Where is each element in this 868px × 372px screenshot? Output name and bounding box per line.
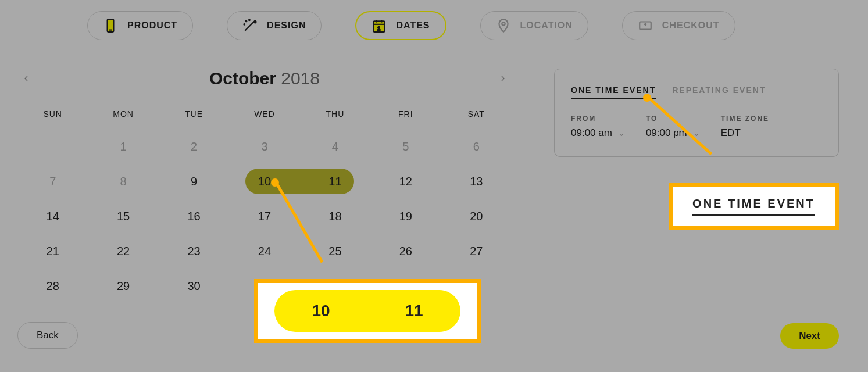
calendar-dow: MON (88, 102, 158, 129)
highlight-one-time-text: ONE TIME EVENT (692, 197, 815, 216)
step-label: CHECKOUT (662, 20, 720, 31)
prev-month-button[interactable] (17, 70, 35, 87)
svg-point-4 (246, 21, 247, 22)
phone-icon (103, 18, 118, 33)
selected-date-end: 11 (405, 302, 423, 320)
chevron-down-icon: ⌄ (618, 128, 625, 138)
calendar-day[interactable]: 16 (159, 199, 229, 234)
next-month-button[interactable] (494, 70, 512, 87)
step-dates[interactable]: 1 DATES (355, 11, 446, 40)
svg-point-6 (244, 24, 245, 25)
calendar-day[interactable]: 24 (229, 234, 299, 269)
svg-line-2 (245, 22, 253, 31)
calendar-dow: SUN (17, 102, 88, 129)
calendar-day[interactable]: 8 (88, 164, 158, 199)
calendar-day[interactable]: 30 (159, 269, 229, 303)
calendar-dow: WED (229, 102, 299, 129)
calendar-day[interactable]: 3 (229, 129, 299, 164)
step-label: DATES (396, 20, 430, 31)
calendar-day[interactable]: 9 (159, 164, 229, 199)
pin-icon (496, 18, 511, 33)
calendar-day[interactable]: 7 (17, 164, 88, 199)
step-checkout[interactable]: CHECKOUT (622, 11, 735, 40)
calendar-day[interactable]: 22 (88, 234, 158, 269)
calendar-day (17, 129, 88, 164)
step-location[interactable]: LOCATION (480, 11, 588, 40)
calendar-month: October (209, 69, 276, 88)
calendar-day[interactable]: 4 (300, 129, 370, 164)
calendar-day[interactable]: 29 (88, 269, 158, 303)
tz-label: TIME ZONE (721, 115, 769, 123)
calendar-day[interactable]: 12 (370, 164, 441, 199)
step-product[interactable]: PRODUCT (87, 11, 193, 40)
calendar-day[interactable]: 6 (441, 129, 512, 164)
step-label: DESIGN (267, 20, 306, 31)
selected-date-start: 10 (312, 302, 330, 320)
selected-dates-pill: 10 11 (274, 290, 460, 332)
calendar-day[interactable]: 1 (88, 129, 158, 164)
calendar-day[interactable]: 19 (370, 199, 441, 234)
highlight-one-time-event: ONE TIME EVENT (669, 183, 839, 230)
svg-marker-3 (254, 20, 256, 23)
calendar-day[interactable]: 14 (17, 199, 88, 234)
step-label: PRODUCT (127, 20, 177, 31)
back-button[interactable]: Back (17, 322, 78, 349)
from-label: FROM (571, 115, 625, 123)
svg-point-5 (249, 19, 250, 20)
wizard-steps: PRODUCT DESIGN 1 DATES LOCATION CHECKOUT (0, 8, 868, 43)
calendar-day[interactable]: 2 (159, 129, 229, 164)
calendar-day[interactable]: 13 (441, 164, 512, 199)
calendar-dow: SAT (441, 102, 512, 129)
calendar-dow: TUE (159, 102, 229, 129)
from-time-value: 09:00 am (571, 127, 612, 139)
calendar-dow: THU (300, 102, 370, 129)
svg-text:1: 1 (378, 26, 381, 31)
calendar-day[interactable]: 10 (229, 164, 299, 199)
calendar-day[interactable]: 15 (88, 199, 158, 234)
calendar-day[interactable]: 5 (370, 129, 441, 164)
calendar-day[interactable]: 18 (300, 199, 370, 234)
calendar-day[interactable]: 27 (441, 234, 512, 269)
calendar-icon: 1 (372, 18, 387, 33)
next-button[interactable]: Next (780, 323, 839, 349)
from-time-dropdown[interactable]: 09:00 am ⌄ (571, 127, 625, 139)
timezone-value[interactable]: EDT (721, 127, 769, 139)
calendar-day[interactable]: 20 (441, 199, 512, 234)
step-label: LOCATION (520, 20, 573, 31)
calendar-grid: SUNMONTUEWEDTHUFRISAT1234567891011121314… (17, 102, 512, 303)
event-settings-panel: ONE TIME EVENT REPEATING EVENT FROM 09:0… (554, 69, 839, 157)
calendar-day[interactable]: 11 (300, 164, 370, 199)
calendar-day[interactable]: 28 (17, 269, 88, 303)
calendar-day[interactable]: 23 (159, 234, 229, 269)
tab-repeating-event[interactable]: REPEATING EVENT (672, 85, 766, 99)
checkout-icon (638, 18, 653, 33)
calendar-day[interactable]: 21 (17, 234, 88, 269)
calendar-panel: October 2018 SUNMONTUEWEDTHUFRISAT123456… (17, 69, 512, 303)
svg-point-12 (502, 22, 505, 25)
calendar-dow: FRI (370, 102, 441, 129)
wand-icon (242, 18, 258, 33)
tz-value: EDT (721, 127, 741, 139)
calendar-day[interactable]: 26 (370, 234, 441, 269)
highlight-selected-dates: 10 11 (254, 279, 481, 343)
step-design[interactable]: DESIGN (227, 11, 322, 40)
calendar-year: 2018 (281, 69, 320, 88)
calendar-title: October 2018 (35, 69, 494, 88)
